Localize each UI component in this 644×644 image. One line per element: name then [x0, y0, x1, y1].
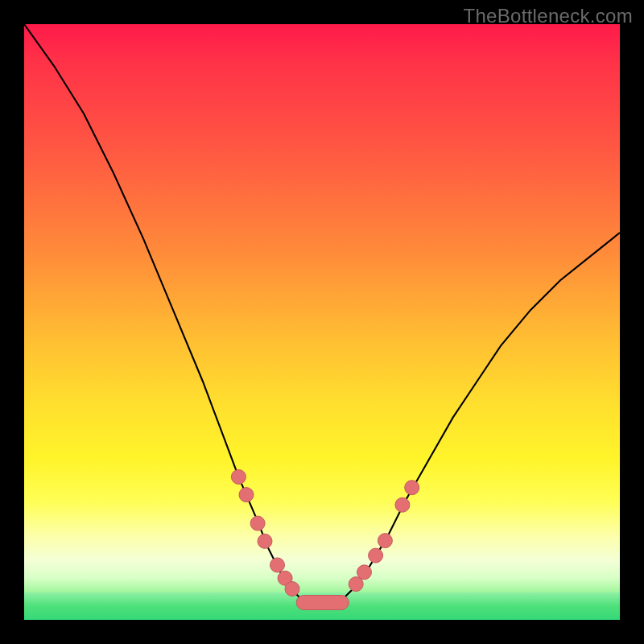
data-point-marker	[405, 481, 419, 495]
data-point-marker	[285, 582, 299, 597]
watermark-text: TheBottleneck.com	[463, 5, 633, 27]
data-point-marker	[231, 469, 246, 484]
data-point-marker	[250, 516, 265, 530]
optimal-range-pill	[296, 596, 349, 610]
data-point-marker	[378, 534, 392, 548]
data-point-marker	[239, 488, 254, 502]
data-point-marker	[270, 558, 285, 572]
plot-area	[24, 24, 620, 620]
data-point-marker	[357, 565, 372, 580]
chart-svg	[24, 24, 620, 620]
data-point-marker	[369, 548, 383, 563]
bottleneck-curve	[24, 24, 620, 605]
data-point-marker	[258, 534, 272, 548]
chart-frame: TheBottleneck.com	[0, 0, 644, 644]
marker-group	[231, 469, 419, 609]
data-point-marker	[395, 497, 410, 512]
